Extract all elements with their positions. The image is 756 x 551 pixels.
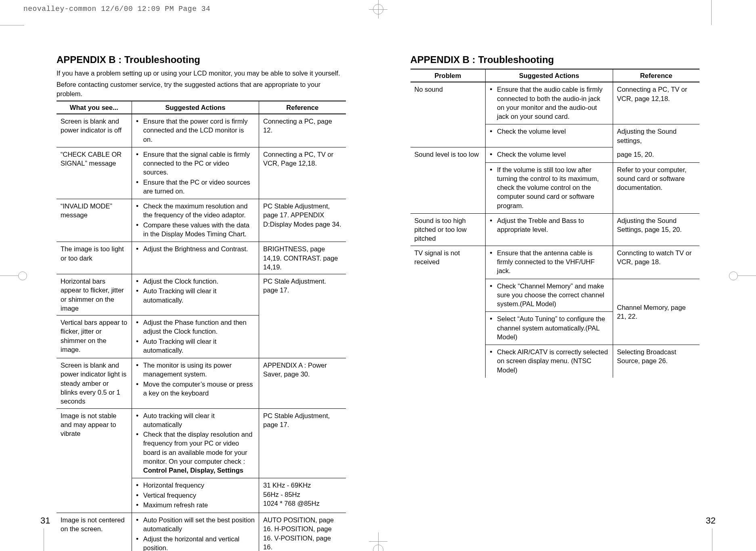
bullet-item: Horizontal frequency xyxy=(136,481,255,490)
bullet-item: Auto Tracking will clear it automaticall… xyxy=(136,286,255,305)
cell-reference: PC Stable Adjustment, page 17. xyxy=(259,408,346,478)
bullet-item: Adjust the Clock function. xyxy=(136,277,255,286)
cell-problem: “CHECK CABLE OR SIGNAL” message xyxy=(57,147,132,199)
cell-problem: TV signal is not received xyxy=(410,246,486,279)
bullet-item: Auto Tracking will clear it automaticall… xyxy=(136,337,255,355)
cell-reference: Channel Memory, page 21, 22. xyxy=(613,279,699,345)
cell-problem xyxy=(410,124,486,147)
table-row: “INVALID MODE” messageCheck the maximum … xyxy=(57,199,346,242)
appendix-title: APPENDIX B : Troubleshooting xyxy=(410,54,700,65)
table-row: Image is not stable and may appear to vi… xyxy=(57,408,346,478)
cell-reference: APPENDIX A : Power Saver, page 30. xyxy=(259,358,346,408)
cell-reference: BRIGHTNESS, page 14,19. CONTRAST. page 1… xyxy=(259,242,346,274)
registration-mark-icon xyxy=(373,0,383,11)
cell-actions: Ensure that the antenna cable is firmly … xyxy=(486,246,613,279)
cell-actions: Check “Channel Memory” and make sure you… xyxy=(486,279,613,312)
cell-actions: Adjust the Treble and Bass to appropriat… xyxy=(486,213,613,246)
cell-reference: AUTO POSITION, page 16. H-POSITION, page… xyxy=(259,513,346,551)
cell-problem: Screen is blank and power indicator is o… xyxy=(57,114,132,147)
cell-actions: Ensure that the audio cable is firmly co… xyxy=(486,82,613,124)
registration-mark-icon xyxy=(736,276,756,276)
bullet-item: Auto Position will set the best position… xyxy=(136,515,255,534)
bullet-item: Check the volume level xyxy=(490,150,608,159)
cell-reference: Adjusting the Sound settings, xyxy=(613,124,699,147)
cell-actions: Adjust the Brightness and Contrast. xyxy=(132,242,259,274)
print-slug: neovalley-common 12/6/00 12:09 PM Page 3… xyxy=(23,5,210,13)
bullet-item: Vertical frequency xyxy=(136,491,255,500)
crop-mark xyxy=(712,528,712,551)
cell-problem: The image is too light or too dark xyxy=(57,242,132,274)
cell-problem: Image is not centered on the screen. xyxy=(57,513,132,551)
bullet-item: Adjust the Phase function and then adjus… xyxy=(136,318,255,336)
cell-problem xyxy=(57,478,132,513)
cell-problem: Vertical bars appear to flicker, jitter … xyxy=(57,315,132,358)
cell-problem: Image is not stable and may appear to vi… xyxy=(57,408,132,478)
bullet-item: Check “Channel Memory” and make sure you… xyxy=(490,282,608,309)
page-number: 32 xyxy=(706,515,716,526)
cell-problem: Sound level is too low xyxy=(410,147,486,162)
cell-problem xyxy=(410,279,486,312)
cell-actions: Auto tracking will clear it automaticall… xyxy=(132,408,259,478)
cell-actions: Horizontal frequencyVertical frequencyMa… xyxy=(132,478,259,513)
table-row: Sound is too high pitched or too low pit… xyxy=(410,213,700,246)
table-row: Screen is blank and power indicator is o… xyxy=(57,114,346,147)
troubleshooting-table-right: Problem Suggested Actions Reference No s… xyxy=(410,69,700,378)
bullet-item: Compare these values with the data in th… xyxy=(136,221,255,239)
col-header-problem: Problem xyxy=(410,69,486,82)
cell-reference: page 15, 20. xyxy=(613,147,699,162)
cell-problem: Horizontal bars appear to flicker, jitte… xyxy=(57,274,132,315)
bullet-item: Ensure that the power cord is firmly con… xyxy=(136,117,255,144)
bullet-item: Ensure that the signal cable is firmly c… xyxy=(136,150,255,177)
cell-actions: Adjust the Phase function and then adjus… xyxy=(132,315,259,358)
left-page: APPENDIX B : Troubleshooting If you have… xyxy=(57,40,346,503)
cell-reference xyxy=(259,315,346,358)
col-header-reference: Reference xyxy=(259,101,346,114)
bullet-item: Check the volume level xyxy=(490,127,608,136)
crop-mark xyxy=(44,528,44,551)
table-row: If the volume is still too low after tur… xyxy=(410,162,700,213)
cell-actions: Check the volume level xyxy=(486,124,613,147)
cell-problem xyxy=(410,312,486,345)
cell-reference: PC Stale Adjustment. page 17. xyxy=(259,274,346,315)
registration-mark-icon xyxy=(373,540,383,551)
cell-actions: Ensure that the power cord is firmly con… xyxy=(132,114,259,147)
table-row: Check the volume levelAdjusting the Soun… xyxy=(410,124,700,147)
bullet-item: Ensure that the PC or video sources are … xyxy=(136,178,255,196)
bullet-item: Adjust the Treble and Bass to appropriat… xyxy=(490,216,608,234)
table-row: Vertical bars appear to flicker, jitter … xyxy=(57,315,346,358)
cell-actions: If the volume is still too low after tur… xyxy=(486,162,613,213)
table-row: The image is too light or too darkAdjust… xyxy=(57,242,346,274)
cell-actions: Select “Auto Tuning” to configure the ch… xyxy=(486,312,613,345)
cell-reference: Adjusting the Sound Settings, page 15, 2… xyxy=(613,213,699,246)
cell-actions: Adjust the Clock function.Auto Tracking … xyxy=(132,274,259,315)
table-row: “CHECK CABLE OR SIGNAL” messageEnsure th… xyxy=(57,147,346,199)
appendix-title: APPENDIX B : Troubleshooting xyxy=(57,54,346,65)
cell-actions: Ensure that the signal cable is firmly c… xyxy=(132,147,259,199)
cell-actions: Check the maximum resolution and the fre… xyxy=(132,199,259,242)
table-row: Check “Channel Memory” and make sure you… xyxy=(410,279,700,312)
bullet-item: Ensure that the antenna cable is firmly … xyxy=(490,248,608,276)
table-row: No soundEnsure that the audio cable is f… xyxy=(410,82,700,124)
cell-actions: Check AIR/CATV is correctly selected on … xyxy=(486,345,613,378)
bullet-item: Move the computer’s mouse or press a key… xyxy=(136,380,255,398)
registration-mark-icon xyxy=(0,276,20,276)
cell-reference: 31 KHz - 69KHz 56Hz - 85Hz 1024 * 768 @8… xyxy=(259,478,346,513)
table-row: TV signal is not receivedEnsure that the… xyxy=(410,246,700,279)
table-row: Horizontal bars appear to flicker, jitte… xyxy=(57,274,346,315)
cell-problem: “INVALID MODE” message xyxy=(57,199,132,242)
cell-actions: The monitor is using its power managemen… xyxy=(132,358,259,408)
bullet-item: Check that the display resolution and fr… xyxy=(136,430,255,475)
intro-text: If you have a problem setting up or usin… xyxy=(57,69,346,78)
cell-problem: Screen is blank and power indicator ligh… xyxy=(57,358,132,408)
bullet-item: Select “Auto Tuning” to configure the ch… xyxy=(490,314,608,341)
bullet-item: The monitor is using its power managemen… xyxy=(136,361,255,379)
page-spread: APPENDIX B : Troubleshooting If you have… xyxy=(57,40,699,503)
table-row: Image is not centered on the screen.Auto… xyxy=(57,513,346,551)
cell-actions: Auto Position will set the best position… xyxy=(132,513,259,551)
cell-problem: No sound xyxy=(410,82,486,124)
crop-mark xyxy=(0,25,24,25)
cell-reference: Refer to your computer, sound card or so… xyxy=(613,162,699,213)
cell-reference: Connecting a PC, page 12. xyxy=(259,114,346,147)
table-row: Sound level is too lowCheck the volume l… xyxy=(410,147,700,162)
col-header-reference: Reference xyxy=(613,69,699,82)
